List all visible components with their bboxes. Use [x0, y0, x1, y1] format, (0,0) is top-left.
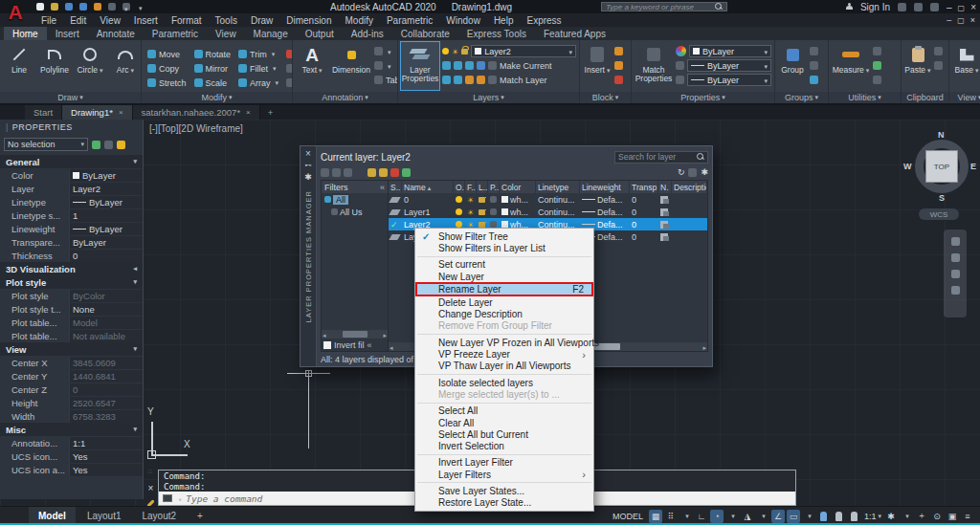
- drawing-minimize-icon[interactable]: [947, 15, 951, 25]
- app-store-cart-icon[interactable]: [898, 3, 906, 11]
- file-tab-start[interactable]: Start: [25, 105, 62, 120]
- sign-in-link[interactable]: Sign In: [860, 2, 890, 12]
- wcs-menu[interactable]: WCS: [919, 208, 959, 220]
- ortho-toggle-icon[interactable]: ∟: [695, 510, 708, 523]
- scale-button[interactable]: Scale: [194, 77, 232, 89]
- polar-tracking-icon[interactable]: ◔: [710, 510, 724, 523]
- lock-icon[interactable]: [479, 197, 485, 203]
- layer-row-0[interactable]: 0 wh... Continu... Defa... 0: [389, 193, 707, 206]
- menu-tools[interactable]: Tools: [209, 13, 244, 27]
- set-current-icon[interactable]: [402, 168, 411, 177]
- menu-new-layer-vp-frozen[interactable]: New Layer VP Frozen in All Viewports: [415, 337, 593, 348]
- erase-icon[interactable]: [286, 50, 292, 58]
- circle-button[interactable]: Circle: [74, 42, 106, 90]
- layer-prev-icon[interactable]: [465, 76, 474, 84]
- plot-icon[interactable]: [490, 196, 497, 203]
- section-3d-visualization[interactable]: 3D Visualization◂: [0, 262, 143, 275]
- isodraft-icon[interactable]: ◮: [741, 510, 754, 523]
- transparency-cell[interactable]: 0: [630, 195, 658, 205]
- menu-vp-thaw-layer[interactable]: VP Thaw Layer in All Viewports: [415, 361, 593, 372]
- match-properties-button[interactable]: Match Properties: [635, 42, 673, 90]
- prop-row[interactable]: Annotatio...1:1: [0, 436, 143, 449]
- menu-select-all-but-current[interactable]: Select All but Current: [415, 428, 593, 440]
- on-icon[interactable]: [456, 196, 462, 203]
- menu-show-filter-tree[interactable]: Show Filter Tree: [415, 230, 593, 242]
- prop-row[interactable]: Width6758.3283: [0, 409, 143, 423]
- color-cell[interactable]: wh...: [500, 195, 536, 205]
- prop-row[interactable]: Linetype s...1: [0, 208, 143, 222]
- prop-row[interactable]: ColorByLayer: [0, 168, 143, 182]
- new-vp-freeze-icon[interactable]: [660, 208, 668, 216]
- section-general[interactable]: General▾: [0, 155, 143, 168]
- menu-view[interactable]: View: [93, 13, 127, 27]
- save-icon[interactable]: [65, 3, 73, 11]
- panel-label-layers[interactable]: Layers: [398, 92, 579, 103]
- edit-block-icon[interactable]: [614, 61, 623, 70]
- copy-clip-icon[interactable]: [934, 61, 943, 70]
- layer-lock-icon[interactable]: [477, 61, 485, 70]
- linetype-list-icon[interactable]: [676, 76, 684, 84]
- plot-icon[interactable]: [490, 221, 497, 228]
- drawing-restore-icon[interactable]: [957, 15, 965, 25]
- panel-label-utilities[interactable]: Utilities: [829, 92, 901, 103]
- menu-rename-layer[interactable]: Rename LayerF2: [415, 282, 593, 296]
- layer-dropdown[interactable]: Layer2: [471, 45, 576, 57]
- close-icon[interactable]: [970, 2, 976, 12]
- tab-collaborate[interactable]: Collaborate: [392, 27, 458, 40]
- clean-screen-icon[interactable]: ▣: [946, 510, 959, 523]
- prop-row[interactable]: Height2520.6547: [0, 396, 143, 409]
- help-search-box[interactable]: Type a keyword or phrase: [601, 2, 727, 11]
- layer-dropdown-arrow[interactable]: [567, 47, 572, 56]
- linetype-dropdown[interactable]: ByLayer: [687, 59, 771, 72]
- new-group-filter-icon[interactable]: [332, 168, 341, 177]
- panel-label-modify[interactable]: Modify: [142, 92, 292, 103]
- new-layer-icon[interactable]: [368, 168, 376, 177]
- osnap-dropdown-icon[interactable]: [802, 510, 815, 523]
- menu-new-layer[interactable]: New Layer: [415, 271, 593, 282]
- delete-layer-icon[interactable]: [390, 168, 399, 177]
- panel-label-annotation[interactable]: Annotation: [293, 92, 397, 103]
- redo-icon[interactable]: [122, 3, 130, 11]
- viewcube-top-face[interactable]: TOP: [925, 150, 958, 183]
- panel-label-clipboard[interactable]: Clipboard: [902, 92, 948, 103]
- prop-row[interactable]: UCS icon a...Yes: [0, 463, 143, 476]
- tab-annotate[interactable]: Annotate: [88, 27, 144, 40]
- line-button[interactable]: Line: [3, 42, 35, 90]
- prop-row[interactable]: Plot style t...None: [0, 302, 143, 316]
- search-icon[interactable]: [715, 3, 723, 11]
- section-plot-style[interactable]: Plot style▾: [0, 275, 143, 289]
- palette-close-icon[interactable]: [305, 148, 311, 159]
- tab-addins[interactable]: Add-ins: [343, 27, 392, 40]
- command-close-icon[interactable]: [148, 483, 154, 493]
- quick-select-palette-icon[interactable]: [117, 141, 125, 149]
- customize-qat-icon[interactable]: [137, 2, 143, 12]
- base-button[interactable]: Base: [952, 42, 980, 90]
- filter-tree-scrollbar[interactable]: [322, 330, 388, 339]
- prop-row[interactable]: Thickness0: [0, 249, 143, 262]
- make-current-icon[interactable]: [488, 61, 497, 70]
- menu-window[interactable]: Window: [439, 13, 487, 27]
- freeze-icon[interactable]: [467, 208, 474, 217]
- menu-change-description[interactable]: Change Description: [415, 308, 593, 319]
- layer-row-1[interactable]: Layer1 wh... Continu... Defa... 0: [389, 206, 707, 218]
- viewcube-west[interactable]: W: [903, 162, 912, 171]
- arc-button[interactable]: Arc: [109, 42, 141, 90]
- minimize-icon[interactable]: [947, 2, 952, 12]
- toggle-pickadd-icon[interactable]: [92, 141, 100, 149]
- layer-list-header[interactable]: S.. Name O.. F.. L.. P.. Color Linetype …: [389, 181, 707, 193]
- full-navigation-wheel-icon[interactable]: [951, 237, 960, 246]
- annotation-monitor-icon[interactable]: ＋: [915, 510, 928, 523]
- color-wheel-icon[interactable]: [676, 46, 686, 56]
- tab-express-tools[interactable]: Express Tools: [458, 27, 535, 40]
- color-cell[interactable]: wh...: [500, 208, 536, 217]
- restore-icon[interactable]: [958, 2, 966, 12]
- new-property-filter-icon[interactable]: [321, 168, 329, 177]
- tab-parametric[interactable]: Parametric: [144, 27, 207, 40]
- match-layer-button[interactable]: Match Layer: [500, 76, 547, 85]
- menu-dimension[interactable]: Dimension: [279, 13, 338, 27]
- menu-invert-layer-filter[interactable]: Invert Layer Filter: [415, 457, 593, 469]
- lock-icon[interactable]: [479, 222, 485, 228]
- new-drawing-tab-button[interactable]: [260, 105, 281, 120]
- navigation-bar[interactable]: [944, 230, 967, 317]
- menu-select-all[interactable]: Select All: [415, 405, 593, 417]
